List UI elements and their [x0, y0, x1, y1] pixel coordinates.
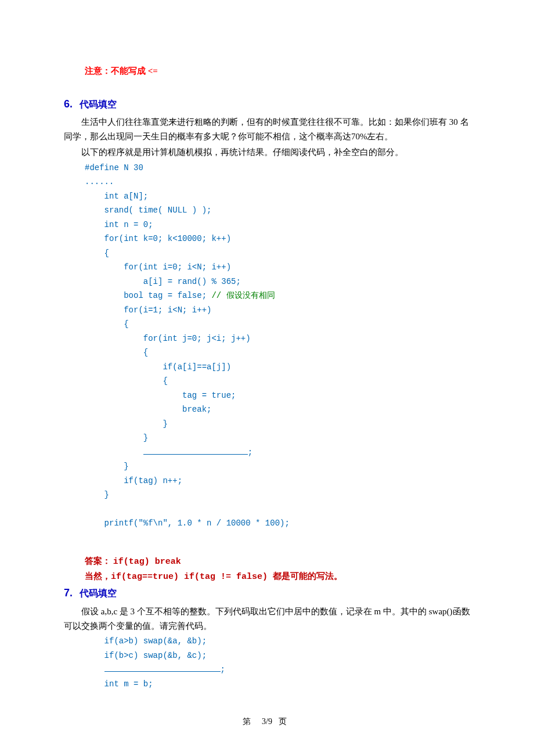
page-footer: 第 3/9 页	[0, 715, 534, 728]
note-warning: 注意：不能写成 <=	[85, 64, 470, 78]
fill-blank-1[interactable]	[143, 454, 248, 455]
q7-paragraph-1: 假设 a,b,c 是 3 个互不相等的整数。下列代码取出它们中居中的数值，记录在…	[64, 604, 470, 633]
footer-page: 3/9	[262, 717, 272, 726]
q7-code: if(a>b) swap(&a, &b); if(b>c) swap(&b, &…	[85, 634, 470, 691]
q6-paragraph-1: 生活中人们往往靠直觉来进行粗略的判断，但有的时候直觉往往很不可靠。比如：如果你们…	[64, 115, 470, 144]
q6-number: 6.	[64, 98, 73, 110]
footer-prefix: 第	[243, 717, 255, 726]
footer-suffix: 页	[279, 717, 291, 726]
fill-blank-2[interactable]	[104, 671, 221, 672]
q6-code: #define N 30 ...... int a[N]; srand( tim…	[85, 161, 470, 531]
q6-title: 代码填空	[80, 99, 117, 109]
q7-number: 7.	[64, 587, 73, 599]
q6-heading: 6. 代码填空	[64, 96, 470, 113]
code-comment: // 假设没有相同	[211, 291, 275, 300]
document-page: 注意：不能写成 <= 6. 代码填空 生活中人们往往靠直觉来进行粗略的判断，但有…	[0, 0, 534, 756]
q6-answer-line-1: 答案： if(tag) break	[85, 554, 470, 570]
q7-heading: 7. 代码填空	[64, 585, 470, 602]
q6-answer-line-2: 当然，if(tag==true) if(tag != false) 都是可能的写…	[85, 569, 470, 585]
q6-answer-code: if(tag) break	[113, 557, 181, 567]
q6-paragraph-2: 以下的程序就是用计算机随机模拟，再统计结果。仔细阅读代码，补全空白的部分。	[64, 145, 470, 160]
q7-title: 代码填空	[80, 588, 117, 598]
